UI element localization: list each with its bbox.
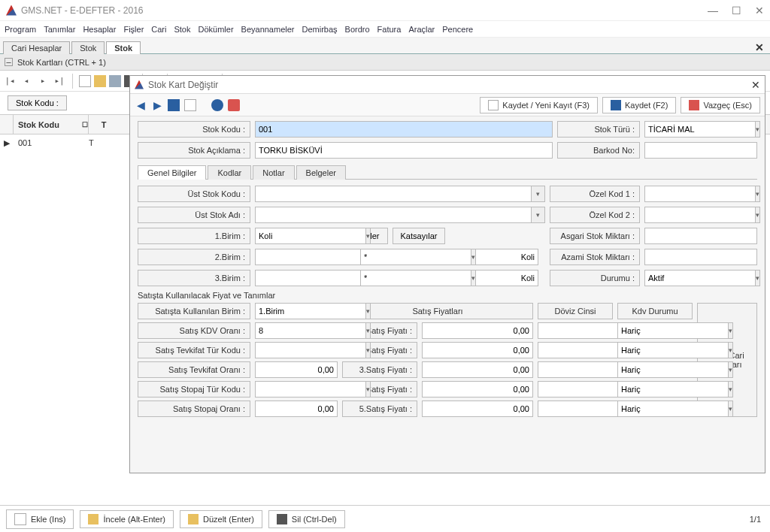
menu-item[interactable]: Demirbaş [302,25,338,34]
subtab-kodlar[interactable]: Kodlar [208,165,251,180]
chevron-down-icon[interactable]: ▾ [366,381,371,397]
help-icon[interactable] [211,99,223,111]
toolbar-inspect-icon[interactable] [109,75,121,87]
subtab-genel[interactable]: Genel Bilgiler [138,165,206,180]
chevron-down-icon[interactable]: ▾ [729,401,733,417]
sil-button[interactable]: Sil (Ctrl-Del) [268,510,345,528]
menu-item[interactable]: Hesaplar [83,25,116,34]
ust-stok-kodu-input[interactable] [255,186,532,202]
asgari-input[interactable] [644,228,757,244]
menu-item[interactable]: Cari [151,25,166,34]
chevron-down-icon[interactable]: ▾ [366,228,371,244]
grid-header-t[interactable]: T [89,115,119,134]
stok-turu-select[interactable] [644,121,756,138]
chevron-down-icon[interactable]: ▾ [471,270,476,286]
menu-item[interactable]: Fişler [123,25,144,34]
menu-item[interactable]: Dökümler [198,25,233,34]
menu-item[interactable]: Araçlar [408,25,435,34]
menu-item[interactable]: Bordro [345,25,370,34]
toolbar-edit-icon[interactable] [94,75,106,87]
toolbar-new-icon[interactable] [79,75,91,87]
subtab-belgeler[interactable]: Belgeler [296,165,346,180]
duzelt-button[interactable]: Düzelt (Enter) [180,510,262,528]
window-close-icon[interactable]: ✕ [755,5,764,17]
stok-aciklama-input[interactable] [255,142,553,159]
incele-button[interactable]: İncele (Alt-Enter) [80,510,174,528]
window-minimize-icon[interactable]: — [708,5,718,17]
ozel-kod1-input[interactable] [644,186,756,202]
chevron-down-icon[interactable]: ▾ [366,342,371,358]
chevron-down-icon[interactable]: ▾ [756,270,760,286]
chevron-down-icon[interactable]: ▾ [729,381,733,397]
chevron-down-icon[interactable]: ▾ [471,249,476,265]
satista-birim-select[interactable] [255,303,366,319]
birim1-input[interactable] [255,228,366,244]
stok-kodu-input[interactable] [255,121,553,138]
tab-stok-active[interactable]: Stok [106,41,141,54]
nav-last-icon[interactable]: ▸| [53,74,66,88]
chevron-down-icon[interactable]: ▾ [729,322,733,339]
birim3-input[interactable] [255,270,366,286]
vazgec-button[interactable]: Vazgeç (Esc) [681,97,760,113]
modal-close-icon[interactable]: ✕ [751,79,760,91]
ekle-button[interactable]: Ekle (Ins) [6,509,74,529]
kdvdur2-select[interactable] [617,342,729,358]
ust-stok-adi-input[interactable] [255,207,532,223]
tab-stok[interactable]: Stok [71,41,105,54]
info-icon[interactable] [228,99,240,111]
subtab-notlar[interactable]: Notlar [253,165,294,180]
grid-header-kod[interactable]: Stok Kodu☐ [14,115,89,134]
durum-select[interactable] [644,270,756,286]
satis-kdv-select[interactable] [255,322,366,339]
f5-input[interactable] [422,401,533,417]
stopaj-oran-input[interactable] [255,401,338,417]
modal-next-icon[interactable]: ▶ [151,99,163,111]
collapse-icon[interactable]: – [5,58,13,66]
nav-next-icon[interactable]: ▸ [36,74,50,88]
tab-cari-hesaplar[interactable]: Cari Hesaplar [3,41,70,54]
f2-input[interactable] [422,342,533,358]
menu-item[interactable]: Beyannameler [241,25,295,34]
modal-prev-icon[interactable]: ◀ [135,99,147,111]
f4-input[interactable] [422,381,533,397]
kdvdur5-select[interactable] [617,401,729,417]
stopaj-tur-select[interactable] [255,381,366,397]
op2-select[interactable] [360,249,471,265]
chevron-down-icon[interactable]: ▾ [729,342,733,358]
kaydet-yeni-button[interactable]: Kaydet / Yeni Kayıt (F3) [480,97,598,113]
menu-item[interactable]: Tanımlar [44,25,75,34]
katsayilar-button[interactable]: Katsayılar [393,228,446,244]
chevron-down-icon[interactable]: ▾ [756,121,760,138]
window-maximize-icon[interactable]: ☐ [732,5,741,17]
tab-close-icon[interactable]: ✕ [755,41,764,53]
menu-item[interactable]: Program [5,25,36,34]
nav-prev-icon[interactable]: ◂ [20,74,33,88]
op3-select[interactable] [360,270,471,286]
f1-input[interactable] [422,322,533,339]
chevron-down-icon[interactable]: ▾ [366,303,371,319]
chevron-down-icon[interactable]: ▾ [532,207,545,223]
kdvdur1-select[interactable] [617,322,729,339]
search-kod-button[interactable]: Stok Kodu : [8,95,67,110]
menu-item[interactable]: Fatura [377,25,402,34]
nav-first-icon[interactable]: |◂ [3,74,17,88]
ozel-kod2-input[interactable] [644,207,756,223]
new-doc-icon[interactable] [184,99,196,111]
chevron-down-icon[interactable]: ▾ [366,322,371,339]
tevkifat-tur-select[interactable] [255,342,366,358]
menu-item[interactable]: Stok [174,25,190,34]
chevron-down-icon[interactable]: ▾ [756,186,760,202]
birim2-input[interactable] [255,249,366,265]
f3-input[interactable] [422,361,533,378]
tevkifat-oran-input[interactable] [255,361,338,378]
kaydet-button[interactable]: Kaydet (F2) [602,97,676,113]
kdvdur4-select[interactable] [617,381,729,397]
chevron-down-icon[interactable]: ▾ [532,186,545,202]
chevron-down-icon[interactable]: ▾ [729,361,733,378]
chevron-down-icon[interactable]: ▾ [756,207,760,223]
save-icon[interactable] [168,99,180,111]
azami-input[interactable] [644,249,757,265]
kdvdur3-select[interactable] [617,361,729,378]
barkod-input[interactable] [644,142,757,159]
menu-item[interactable]: Pencere [442,25,473,34]
